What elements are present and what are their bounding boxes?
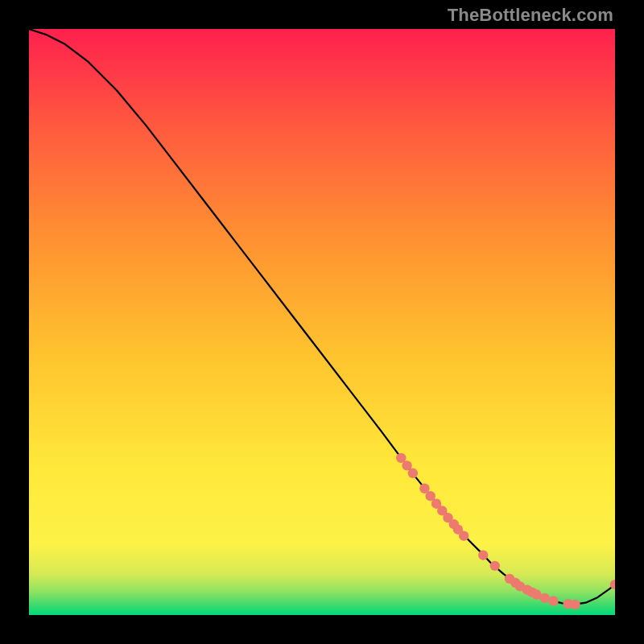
watermark-text: TheBottleneck.com <box>448 5 613 26</box>
plot-area <box>29 29 615 615</box>
gradient-background <box>29 29 615 615</box>
chart-stage: TheBottleneck.com <box>0 0 644 644</box>
